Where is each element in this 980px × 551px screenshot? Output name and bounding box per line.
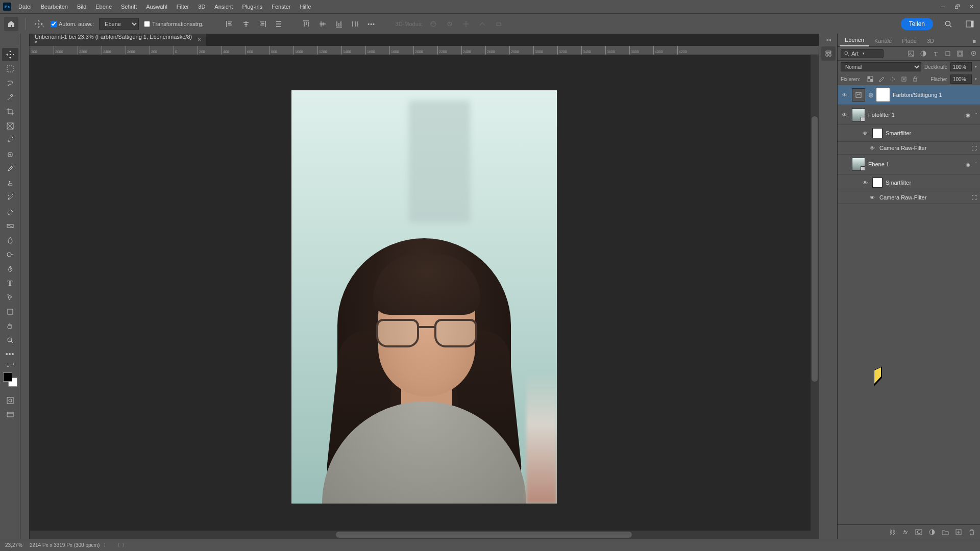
mask-link-icon[interactable]: ⛓ — [868, 92, 873, 98]
move-tool[interactable] — [2, 48, 18, 61]
canvas-stage[interactable] — [30, 55, 819, 539]
auto-select-input[interactable] — [51, 21, 57, 27]
more-align-button[interactable]: ••• — [366, 18, 377, 30]
lock-transparency-button[interactable] — [866, 75, 874, 83]
layer-name[interactable]: Camera Raw-Filter — [879, 194, 969, 201]
menu-3d[interactable]: 3D — [194, 2, 209, 12]
align-bottom-button[interactable] — [333, 18, 345, 30]
nav-prev-button[interactable]: 〈 — [115, 542, 120, 549]
new-adjustment-button[interactable] — [928, 528, 936, 536]
layer-name[interactable]: Fotofilter 1 — [868, 112, 963, 118]
menu-schrift[interactable]: Schrift — [117, 2, 141, 12]
filter-settings-button[interactable]: ⛶ — [972, 145, 977, 151]
layer-ebene-1[interactable]: ▣ Ebene 1 ◉ ˇ — [838, 155, 980, 174]
home-button[interactable] — [4, 17, 18, 31]
horizontal-ruler[interactable]: 3002000220024002600200020040060080010001… — [30, 46, 819, 55]
nav-next-button[interactable]: 〉 — [122, 542, 127, 549]
menu-auswahl[interactable]: Auswahl — [142, 2, 172, 12]
horizontal-scrollbar[interactable] — [30, 531, 811, 539]
lock-image-button[interactable] — [877, 75, 886, 83]
menu-datei[interactable]: Datei — [14, 2, 36, 12]
vertical-scrollbar-thumb[interactable] — [812, 116, 818, 382]
link-layers-button[interactable]: ⛓ — [888, 528, 896, 536]
zoom-level[interactable]: 23,27% — [5, 542, 22, 548]
maximize-button[interactable]: 🗗 — [951, 2, 963, 11]
zoom-tool[interactable] — [2, 334, 18, 347]
auto-select-checkbox[interactable]: Autom. ausw.: — [51, 21, 94, 27]
color-swap-icon[interactable] — [2, 361, 18, 368]
lock-artboard-button[interactable] — [900, 75, 908, 83]
layer-name[interactable]: Farbton/Sättigung 1 — [893, 92, 977, 98]
menu-filter[interactable]: Filter — [173, 2, 193, 12]
menu-ebene[interactable]: Ebene — [91, 2, 116, 12]
magic-wand-tool[interactable] — [2, 91, 18, 104]
menu-bearbeiten[interactable]: Bearbeiten — [37, 2, 72, 12]
blend-mode-select[interactable]: Normal — [841, 62, 921, 71]
tab-kanaele[interactable]: Kanäle — [869, 35, 897, 46]
new-layer-button[interactable] — [954, 528, 963, 536]
align-top-button[interactable] — [301, 18, 312, 30]
transform-controls-checkbox[interactable]: Transformationsstrg. — [144, 21, 203, 27]
close-tab-button[interactable]: × — [198, 36, 201, 43]
document-canvas[interactable] — [291, 90, 557, 504]
layer-camera-raw-1[interactable]: Camera Raw-Filter ⛶ — [838, 142, 980, 155]
blur-tool[interactable] — [2, 234, 18, 247]
layer-name[interactable]: Ebene 1 — [868, 161, 963, 167]
align-center-h-button[interactable] — [240, 18, 252, 30]
delete-layer-button[interactable] — [968, 528, 976, 536]
lasso-tool[interactable] — [2, 77, 18, 90]
dodge-tool[interactable] — [2, 248, 18, 261]
transform-controls-input[interactable] — [144, 21, 150, 27]
filter-visibility-icon[interactable]: ◉ — [966, 162, 970, 167]
document-info[interactable]: 2214 Px x 3319 Px (300 ppcm) — [30, 542, 100, 548]
eyedropper-tool[interactable] — [2, 134, 18, 147]
adjustment-thumb[interactable] — [852, 88, 865, 102]
marquee-tool[interactable] — [2, 62, 18, 76]
horizontal-scrollbar-thumb[interactable] — [336, 532, 632, 538]
expand-filters-button[interactable]: ˇ — [975, 162, 977, 167]
path-selection-tool[interactable] — [2, 291, 18, 304]
lock-position-button[interactable] — [889, 75, 897, 83]
collapse-panels-button[interactable]: ◂◂ — [826, 37, 831, 42]
pen-tool[interactable] — [2, 262, 18, 276]
brush-tool[interactable] — [2, 162, 18, 176]
tab-ebenen[interactable]: Ebenen — [840, 34, 869, 46]
share-button[interactable]: Teilen — [901, 18, 933, 30]
layer-visibility-toggle[interactable] — [841, 92, 849, 98]
vertical-scrollbar[interactable] — [811, 55, 819, 539]
filter-visibility-icon[interactable]: ◉ — [966, 112, 970, 118]
menu-ansicht[interactable]: Ansicht — [210, 2, 237, 12]
layer-mask-thumb[interactable] — [876, 88, 890, 102]
screen-mode-button[interactable] — [2, 408, 18, 421]
workspace-button[interactable] — [964, 18, 976, 30]
crop-tool[interactable] — [2, 105, 18, 118]
history-brush-tool[interactable] — [2, 191, 18, 204]
layer-visibility-toggle[interactable] — [868, 195, 876, 201]
filter-shape-icon[interactable] — [943, 49, 952, 58]
close-window-button[interactable]: ✕ — [966, 2, 977, 11]
lock-all-button[interactable] — [911, 75, 919, 83]
color-swatches[interactable] — [3, 372, 17, 387]
hand-tool[interactable] — [2, 319, 18, 333]
menu-plugins[interactable]: Plug-ins — [238, 2, 266, 12]
eraser-tool[interactable] — [2, 205, 18, 218]
layer-fx-button[interactable]: fx — [901, 528, 910, 536]
layer-filter-type-select[interactable]: Art ▾ — [841, 49, 884, 58]
libraries-panel-icon[interactable] — [821, 46, 836, 61]
auto-select-target-select[interactable]: Ebene — [99, 18, 139, 30]
edit-toolbar-button[interactable]: ••• — [6, 350, 15, 358]
minimize-button[interactable]: ─ — [937, 2, 948, 11]
layer-visibility-toggle[interactable] — [841, 112, 849, 118]
foreground-color-swatch[interactable] — [3, 372, 12, 382]
tab-3d[interactable]: 3D — [922, 35, 939, 46]
clone-stamp-tool[interactable] — [2, 177, 18, 190]
vertical-ruler[interactable] — [20, 34, 30, 539]
filter-toggle[interactable]: ⦿ — [968, 49, 977, 58]
smartfilter-mask-thumb[interactable] — [872, 128, 883, 138]
search-button[interactable] — [942, 18, 954, 30]
tab-pfade[interactable]: Pfade — [897, 35, 922, 46]
layer-camera-raw-2[interactable]: Camera Raw-Filter ⛶ — [838, 191, 980, 204]
gradient-tool[interactable] — [2, 219, 18, 233]
align-right-button[interactable] — [257, 18, 268, 30]
opacity-input[interactable] — [950, 62, 972, 71]
